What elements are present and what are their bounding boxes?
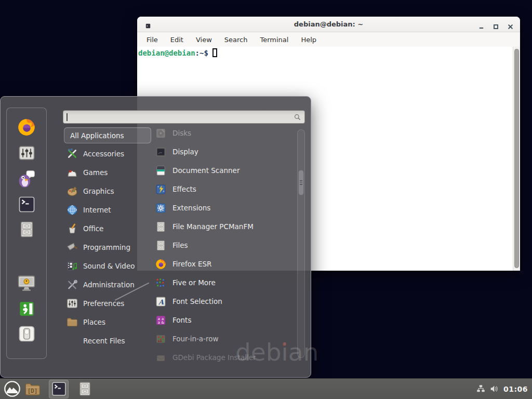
category-column: All Applications Accessories Games Graph… [64, 127, 151, 350]
firefox-icon [155, 259, 166, 270]
four-in-a-row-icon [155, 334, 166, 344]
blank-icon [66, 335, 78, 347]
category-accessories[interactable]: Accessories [64, 144, 151, 163]
menu-edit[interactable]: Edit [170, 36, 183, 44]
control-center-icon[interactable] [18, 144, 35, 162]
fonts-icon: aaa& [155, 315, 166, 326]
app-label: Document Scanner [172, 166, 240, 175]
app-four-in-a-row[interactable]: Four-in-a-row [151, 329, 296, 348]
menu-button[interactable] [4, 380, 21, 397]
firefox-icon[interactable] [17, 118, 36, 137]
app-five-or-more[interactable]: Five or More [151, 273, 296, 292]
shutdown-icon[interactable] [18, 325, 35, 342]
menu-scrollbar[interactable] [297, 129, 305, 358]
graphics-icon [66, 185, 78, 197]
app-label: Extensions [172, 204, 210, 212]
app-display[interactable]: Display [151, 142, 296, 161]
menu-sidebar [6, 108, 47, 359]
menu-file[interactable]: File [147, 36, 158, 44]
app-fonts[interactable]: aaa& Fonts [151, 311, 296, 329]
scrollbar-grip [300, 184, 302, 185]
log-out-icon[interactable] [18, 300, 35, 317]
app-label: Effects [172, 185, 196, 193]
scrollbar-grip [300, 180, 302, 181]
terminal-scrollbar[interactable] [513, 47, 520, 271]
app-firefox-esr[interactable]: Firefox ESR [151, 255, 296, 273]
category-internet[interactable]: Internet [64, 201, 151, 219]
app-gdebi-package-installer[interactable]: GDebi Package Installer [151, 348, 296, 367]
category-administration[interactable]: Administration [64, 275, 151, 294]
file-manager-launcher-icon[interactable] [18, 221, 35, 238]
search-input[interactable] [63, 111, 294, 123]
maximize-icon[interactable] [493, 22, 499, 28]
desktop: debian@debian: ~ File Edit View Search T… [0, 0, 532, 399]
search-icon [294, 113, 301, 121]
menu-help[interactable]: Help [301, 36, 316, 44]
menu-view[interactable]: View [196, 36, 212, 44]
taskbar: [D] 01:06 [0, 378, 532, 399]
menu-search-box[interactable] [63, 110, 305, 124]
lock-screen-icon[interactable] [17, 274, 36, 292]
svg-text:a: a [158, 321, 160, 325]
app-document-scanner[interactable]: Document Scanner [151, 161, 296, 180]
terminal-task-button[interactable] [49, 380, 69, 398]
internet-icon [66, 204, 78, 216]
terminal-titlebar[interactable]: debian@debian: ~ [137, 17, 520, 32]
menu-search[interactable]: Search [224, 36, 248, 44]
category-label: Places [83, 318, 105, 326]
desktop-folder-icon[interactable]: [D] [24, 381, 41, 397]
minimize-icon[interactable] [478, 22, 484, 28]
places-icon [66, 316, 78, 328]
terminal-cursor [212, 48, 217, 57]
gdebi-icon [155, 352, 166, 363]
app-label: Firefox ESR [172, 260, 211, 268]
application-menu: debian All Applications Accessories [0, 96, 311, 378]
accessories-icon [66, 148, 78, 159]
category-programming[interactable]: Programming [64, 238, 151, 257]
file-manager-task-button[interactable] [77, 381, 92, 396]
app-file-manager-pcmanfm[interactable]: File Manager PCManFM [151, 217, 296, 236]
administration-icon [66, 279, 78, 290]
category-label: Office [83, 224, 103, 233]
clock: 01:06 [503, 385, 528, 393]
sound-video-icon [66, 260, 78, 272]
app-label: Display [172, 148, 198, 156]
volume-icon[interactable] [490, 384, 499, 393]
category-sound-video[interactable]: Sound & Video [64, 257, 151, 275]
category-graphics[interactable]: Graphics [64, 182, 151, 201]
category-office[interactable]: Office [64, 219, 151, 238]
effects-icon [155, 184, 166, 195]
app-effects[interactable]: Effects [151, 180, 296, 198]
app-extensions[interactable]: Extensions [151, 198, 296, 217]
games-icon [66, 167, 78, 178]
app-font-selection[interactable]: A Font Selection [151, 292, 296, 311]
programming-icon [66, 242, 78, 253]
system-tray: 01:06 [476, 384, 532, 393]
terminal-icon [51, 381, 66, 396]
category-label: Recent Files [83, 337, 125, 345]
menu-scrollbar-thumb[interactable] [298, 170, 304, 195]
terminal-menubar: File Edit View Search Terminal Help [137, 32, 520, 47]
preferences-icon [66, 298, 78, 309]
network-icon[interactable] [476, 384, 485, 393]
category-games[interactable]: Games [64, 163, 151, 182]
menu-terminal[interactable]: Terminal [260, 36, 288, 44]
file-cabinet-icon [155, 240, 166, 251]
scrollbar-grip [300, 182, 302, 183]
application-list: Disks Display Document Scanner Effects E… [151, 124, 296, 367]
app-label: Disks [172, 129, 191, 137]
category-preferences[interactable]: Preferences [64, 294, 151, 313]
app-disks[interactable]: Disks [151, 124, 296, 142]
category-recent-files[interactable]: Recent Files [64, 331, 151, 350]
terminal-launcher-icon[interactable] [18, 196, 35, 213]
pidgin-icon[interactable] [17, 169, 36, 188]
close-icon[interactable] [508, 22, 513, 28]
category-places[interactable]: Places [64, 313, 151, 331]
terminal-scrollbar-thumb[interactable] [514, 49, 519, 268]
app-label: Fonts [172, 316, 191, 324]
app-files[interactable]: Files [151, 236, 296, 255]
display-icon [155, 147, 166, 157]
svg-text:&: & [161, 321, 164, 325]
app-label: File Manager PCManFM [172, 222, 254, 231]
all-applications-button[interactable]: All Applications [64, 127, 151, 143]
